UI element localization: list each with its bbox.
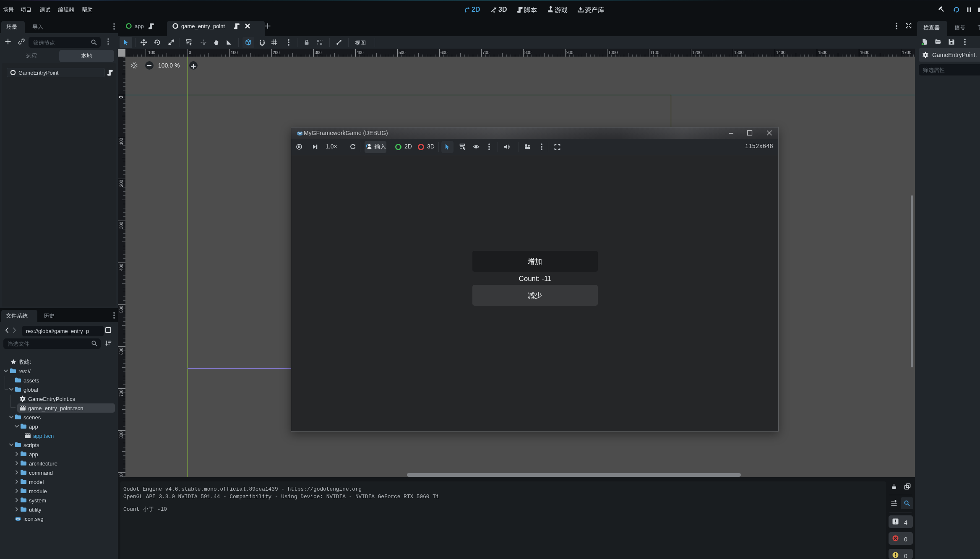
svg-text:500: 500 [399,50,406,55]
svg-text:300: 300 [119,222,124,229]
svg-text:400: 400 [357,50,364,55]
svg-text:400: 400 [119,264,124,271]
svg-text:900: 900 [566,50,573,55]
svg-text:200: 200 [273,50,280,55]
svg-text:1200: 1200 [692,50,702,55]
svg-text:700: 700 [119,390,124,397]
svg-text:1400: 1400 [776,50,786,55]
svg-text:1600: 1600 [860,50,870,55]
svg-text:-100: -100 [147,50,155,55]
svg-text:100: 100 [119,138,124,145]
svg-text:200: 200 [119,180,124,187]
svg-text:0: 0 [189,50,191,55]
svg-text:600: 600 [440,50,448,55]
svg-text:800: 800 [119,432,124,439]
svg-text:100: 100 [231,50,238,55]
svg-text:1500: 1500 [818,50,828,55]
svg-text:1100: 1100 [650,50,659,55]
svg-text:1300: 1300 [734,50,744,55]
svg-text:600: 600 [119,348,124,355]
svg-text:300: 300 [315,50,322,55]
svg-text:900: 900 [119,473,124,477]
svg-text:700: 700 [482,50,490,55]
svg-text:500: 500 [119,306,124,313]
svg-text:1700: 1700 [902,50,912,55]
svg-text:1000: 1000 [608,50,618,55]
svg-text:800: 800 [524,50,532,55]
